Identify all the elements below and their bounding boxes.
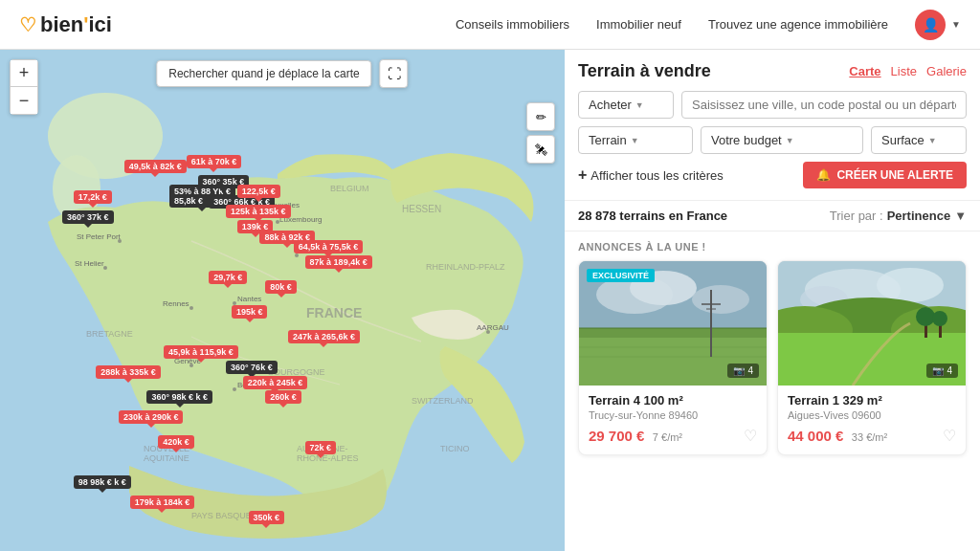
- svg-text:Rennes: Rennes: [163, 299, 189, 308]
- price-marker[interactable]: 29,7k €: [209, 271, 247, 284]
- nav-agence[interactable]: Trouvez une agence immobilière: [708, 17, 888, 32]
- cards-row: EXCLUSIVITÉ 📷 4 Terrain 4 100 m² Trucy-s…: [578, 260, 967, 455]
- create-alert-button[interactable]: 🔔 CRÉER UNE ALERTE: [803, 162, 967, 188]
- view-carte[interactable]: Carte: [849, 64, 880, 78]
- price-marker[interactable]: 72k €: [305, 441, 337, 454]
- user-avatar[interactable]: 👤: [915, 10, 946, 40]
- svg-text:RHEINLAND-PFALZ: RHEINLAND-PFALZ: [426, 262, 505, 272]
- price-marker[interactable]: 230k à 290k €: [119, 410, 184, 424]
- price-marker[interactable]: 360° 37k €: [62, 210, 114, 224]
- price-marker[interactable]: 288k à 335k €: [96, 365, 161, 379]
- card-price-row-2: 44 000 € 33 €/m² ♡: [788, 427, 956, 445]
- svg-text:BRETAGNE: BRETAGNE: [86, 329, 133, 339]
- svg-point-29: [189, 306, 193, 310]
- filter-type[interactable]: Terrain ▼: [578, 126, 693, 154]
- svg-text:Nantes: Nantes: [237, 295, 261, 303]
- view-liste[interactable]: Liste: [891, 64, 917, 78]
- nav-conseils[interactable]: Conseils immobiliers: [456, 17, 569, 32]
- satellite-tool-button[interactable]: 🛰: [526, 135, 555, 164]
- results-count: 28 878 terrains en France: [578, 209, 727, 223]
- favorite-button-2[interactable]: ♡: [943, 427, 956, 445]
- budget-chevron-icon: ▼: [786, 136, 794, 145]
- view-toggle: Carte Liste Galerie: [849, 64, 967, 78]
- price-marker[interactable]: 360° 76k €: [226, 361, 278, 374]
- property-card-2[interactable]: 📷 4 Terrain 1 329 m² Aigues-Vives 09600 …: [777, 260, 967, 455]
- card-location-2: Aigues-Vives 09600: [788, 409, 956, 421]
- right-panel: Terrain à vendre Carte Liste Galerie Ach…: [565, 50, 980, 551]
- svg-text:AARGAU: AARGAU: [477, 323, 509, 332]
- price-marker[interactable]: 45,9k à 115,9k €: [164, 345, 238, 359]
- property-card-1[interactable]: EXCLUSIVITÉ 📷 4 Terrain 4 100 m² Trucy-s…: [578, 260, 768, 455]
- filter-surface[interactable]: Surface ▼: [871, 126, 967, 154]
- annonces-label: ANNONCES À LA UNE !: [578, 241, 967, 253]
- price-marker[interactable]: 125k à 135k €: [226, 205, 291, 218]
- card-image-1: EXCLUSIVITÉ 📷 4: [579, 261, 767, 386]
- zoom-controls: + −: [10, 59, 38, 115]
- svg-text:St Helier: St Helier: [75, 259, 104, 268]
- main-layout: FRANCE HESSEN BELGIUM RHEINLAND-PFALZ BR…: [0, 50, 980, 551]
- zoom-in-button[interactable]: +: [11, 60, 37, 87]
- photo-count-1: 📷 4: [727, 364, 759, 378]
- header-nav: Conseils immobiliers Immobilier neuf Tro…: [456, 10, 961, 40]
- price-marker[interactable]: 87k à 189,4k €: [305, 255, 372, 269]
- type-chevron-icon: ▼: [631, 136, 639, 145]
- price-marker[interactable]: 122,5k €: [237, 185, 280, 198]
- filter-budget[interactable]: Votre budget ▼: [701, 126, 863, 154]
- price-marker[interactable]: 17,2k €: [74, 190, 112, 204]
- search-top-row: Terrain à vendre Carte Liste Galerie: [578, 61, 967, 81]
- exclusivite-badge: EXCLUSIVITÉ: [587, 269, 655, 282]
- search-when-move-btn[interactable]: Rechercher quand je déplace la carte: [156, 60, 371, 87]
- expand-map-button[interactable]: ⛶: [380, 59, 409, 88]
- svg-text:FRANCE: FRANCE: [306, 305, 362, 320]
- price-marker[interactable]: 179k à 184k €: [130, 496, 195, 509]
- criteria-row: + Afficher tous les critères 🔔 CRÉER UNE…: [578, 162, 967, 188]
- user-menu[interactable]: 👤 ▼: [915, 10, 961, 40]
- price-marker[interactable]: 49,5k à 82k €: [124, 160, 187, 173]
- svg-text:HESSEN: HESSEN: [402, 204, 441, 214]
- svg-rect-39: [579, 338, 767, 386]
- view-galerie[interactable]: Galerie: [926, 64, 967, 78]
- photo-count-2: 📷 4: [926, 364, 958, 378]
- logo-text: bien'ici: [40, 12, 112, 37]
- filter-acheter[interactable]: Acheter ▼: [578, 91, 674, 119]
- nav-neuf[interactable]: Immobilier neuf: [596, 17, 681, 32]
- price-marker[interactable]: 360° 98k € k €: [146, 390, 212, 404]
- logo[interactable]: ♡ bien'ici: [19, 12, 112, 37]
- card-body-1: Terrain 4 100 m² Trucy-sur-Yonne 89460 2…: [579, 386, 767, 454]
- price-marker[interactable]: 98 98k € k €: [74, 475, 131, 489]
- user-chevron-icon: ▼: [951, 19, 961, 30]
- price-marker[interactable]: 247k à 265,6k €: [288, 330, 360, 343]
- map-top-controls: Rechercher quand je déplace la carte ⛶: [156, 59, 408, 88]
- acheter-chevron-icon: ▼: [635, 100, 644, 110]
- svg-text:St Peter Port: St Peter Port: [77, 232, 122, 241]
- filter-row-2: Terrain ▼ Votre budget ▼ Surface ▼: [578, 126, 967, 154]
- cards-area: ANNONCES À LA UNE !: [565, 231, 980, 551]
- card-image-2: 📷 4: [778, 261, 966, 386]
- price-marker[interactable]: 195k €: [232, 305, 268, 319]
- price-marker[interactable]: 260k €: [265, 390, 301, 404]
- location-input[interactable]: [681, 91, 967, 119]
- card-price-2: 44 000 €: [788, 428, 843, 444]
- logo-heart-icon: ♡: [19, 13, 36, 36]
- price-marker[interactable]: 64,5k à 75,5k €: [294, 240, 364, 253]
- plus-icon: +: [578, 166, 587, 184]
- card-title-2: Terrain 1 329 m²: [788, 393, 956, 408]
- price-marker[interactable]: 61k à 70k €: [187, 155, 242, 168]
- card-location-1: Trucy-sur-Yonne 89460: [589, 409, 757, 421]
- card-price-row-1: 29 700 € 7 €/m² ♡: [589, 427, 757, 445]
- svg-text:SWITZERLAND: SWITZERLAND: [412, 396, 474, 406]
- price-marker[interactable]: 350k €: [249, 511, 285, 524]
- price-marker[interactable]: 80k €: [265, 280, 297, 294]
- map-background[interactable]: FRANCE HESSEN BELGIUM RHEINLAND-PFALZ BR…: [0, 50, 565, 551]
- all-criteria-link[interactable]: + Afficher tous les critères: [578, 166, 724, 184]
- zoom-out-button[interactable]: −: [11, 87, 37, 114]
- price-marker[interactable]: 220k à 245k €: [243, 376, 308, 389]
- card-title-1: Terrain 4 100 m²: [589, 393, 757, 408]
- sort-dropdown[interactable]: Trier par : Pertinence ▼: [830, 209, 967, 223]
- svg-point-37: [692, 285, 749, 314]
- favorite-button-1[interactable]: ♡: [744, 427, 757, 445]
- svg-point-16: [295, 253, 299, 257]
- results-header: 28 878 terrains en France Trier par : Pe…: [565, 201, 980, 231]
- draw-tool-button[interactable]: ✏: [526, 102, 555, 131]
- price-marker[interactable]: 420k €: [158, 435, 194, 449]
